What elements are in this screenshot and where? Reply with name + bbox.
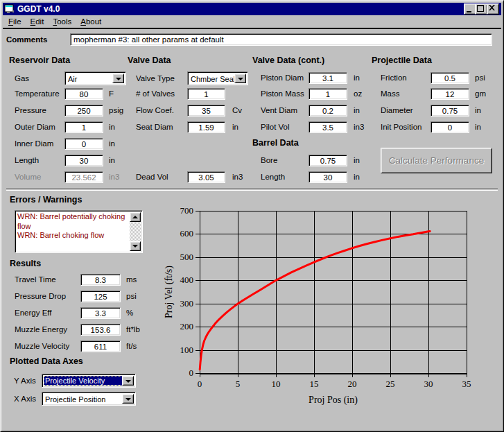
muzzle-velocity-label: Muzzle Velocity [15,340,69,352]
muzzle-velocity-field[interactable]: 611 [80,340,121,352]
muzzle-velocity-unit: ft/s [126,340,137,352]
scroll-up-button[interactable] [130,212,141,222]
init-position-label: Init Position [381,121,422,133]
pressure-drop-label: Pressure Drop [15,291,66,302]
x-axis-combo[interactable]: Projectile Position [42,392,136,406]
pilot-vol-field[interactable]: 3.5 [309,121,347,133]
piston-mass-unit: oz [354,88,362,100]
svg-text:30: 30 [424,379,433,389]
res-length-label: Length [15,155,39,166]
temperature-label: Temperature [15,88,60,100]
close-button[interactable] [487,3,499,15]
flow-coef-label: Flow Coef. [136,105,174,116]
pressure-drop-unit: psi [126,291,137,302]
piston-mass-field[interactable]: 1 [309,88,347,100]
outer-diam-field[interactable]: 1 [64,121,103,133]
num-valves-label: # of Valves [136,88,175,100]
piston-diam-label: Piston Diam [261,72,304,84]
travel-time-field[interactable]: 8.3 [80,274,121,286]
close-icon [489,5,495,10]
flow-coef-field[interactable]: 35 [187,105,225,116]
num-valves-field[interactable]: 1 [187,88,225,100]
res-length-field[interactable]: 30 [64,155,103,166]
pressure-unit: psig [109,105,123,116]
muzzle-energy-field[interactable]: 153.6 [80,324,121,336]
gas-combo-arrow-button[interactable] [112,74,124,83]
comments-field[interactable]: mopherman #3: all other params at defaul… [70,33,492,46]
menu-edit[interactable]: Edit [28,17,47,26]
app-window: GGDT v4.0 File Edit Tools About Comments… [0,0,504,432]
menu-file[interactable]: File [6,17,24,26]
temperature-field[interactable]: 80 [64,88,103,100]
outer-diam-label: Outer Diam [15,121,55,133]
svg-text:10: 10 [272,379,281,389]
init-position-field[interactable]: 0 [431,121,469,133]
pressure-drop-field[interactable]: 125 [80,291,121,302]
y-axis-combo-value: Projectile Velocity [44,376,123,386]
svg-text:0: 0 [189,368,194,378]
dead-vol-field[interactable]: 3.05 [187,171,225,183]
piston-mass-label: Piston Mass [261,88,304,100]
seat-diam-field[interactable]: 1.59 [187,121,225,133]
gas-label: Gas [15,73,29,85]
results-header: Results [10,259,41,268]
plotted-axes-header: Plotted Data Axes [10,357,83,366]
bore-field[interactable]: 0.75 [309,155,347,166]
proj-diameter-unit: in [475,105,481,116]
menu-separator [3,28,501,29]
menu-bar: File Edit Tools About [3,16,501,27]
y-axis-combo-arrow-button[interactable] [122,376,134,386]
inner-diam-label: Inner Diam [15,138,53,150]
x-axis-combo-arrow-button[interactable] [122,394,134,404]
y-axis-label: Y Axis [14,375,36,387]
valve-type-combo-arrow-button[interactable] [234,74,246,83]
pressure-field[interactable]: 250 [64,105,103,116]
calculate-performance-button[interactable]: Calculate Performance [381,148,492,173]
error-line: WRN: Barrel potentially choking flow [17,212,128,231]
scroll-down-button[interactable] [130,241,141,251]
bore-label: Bore [261,155,277,166]
dead-vol-label: Dead Vol [136,171,168,183]
menu-tools[interactable]: Tools [50,17,74,26]
maximize-icon [477,5,484,12]
section-divider [6,188,498,191]
volume-label: Volume [15,171,41,183]
muzzle-energy-label: Muzzle Energy [15,324,67,336]
piston-diam-field[interactable]: 3.1 [309,72,347,84]
x-axis-label: X Axis [14,393,36,405]
valve-header: Valve Data [128,56,171,65]
friction-field[interactable]: 0.5 [431,72,469,84]
projectile-header: Projectile Data [372,56,432,65]
svg-text:35: 35 [462,379,471,389]
inner-diam-unit: in [109,138,115,150]
init-position-unit: in [475,121,481,133]
gas-combo[interactable]: Air [64,71,126,85]
x-axis-combo-value: Projectile Position [44,395,124,403]
valve-type-combo-value: Chmber Seal [190,74,236,83]
errors-scrollbar[interactable] [130,212,141,251]
svg-text:700: 700 [180,205,194,216]
chevron-down-icon [125,380,131,383]
valve-type-combo[interactable]: Chmber Seal [187,71,248,85]
menu-about[interactable]: About [78,17,104,26]
barrel-length-field[interactable]: 30 [309,171,347,183]
svg-text:15: 15 [310,379,319,389]
maximize-button[interactable] [475,3,487,15]
energy-eff-field[interactable]: 3.3 [80,307,121,319]
vent-diam-field[interactable]: 0.2 [309,105,347,116]
title-bar: GGDT v4.0 [3,3,501,15]
proj-mass-field[interactable]: 12 [431,88,469,100]
errors-text: WRN: Barrel potentially choking flow WRN… [17,212,128,251]
proj-diameter-field[interactable]: 0.75 [431,105,469,116]
app-icon [4,4,15,14]
errors-textbox[interactable]: WRN: Barrel potentially choking flow WRN… [15,210,143,253]
y-axis-combo[interactable]: Projectile Velocity [42,374,136,388]
temperature-unit: F [109,88,114,100]
inner-diam-field[interactable]: 0 [64,138,103,150]
arrow-down-icon [132,245,138,248]
outer-diam-unit: in [109,121,115,133]
muzzle-energy-unit: ft*lb [126,324,140,336]
volume-unit: in3 [109,171,119,183]
svg-text:600: 600 [180,228,194,239]
travel-time-label: Travel Time [15,274,56,286]
